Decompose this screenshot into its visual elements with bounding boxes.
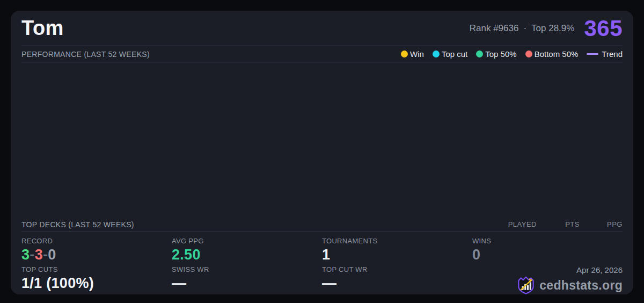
rank-info: Rank #9636 · Top 28.9%: [470, 23, 575, 34]
performance-title: PERFORMANCE (LAST 52 WEEKS): [21, 50, 150, 59]
trend-line-icon: [587, 53, 598, 55]
legend-label: Trend: [602, 49, 623, 59]
stat-swiss-wr: SWISS WR —: [172, 263, 322, 297]
legend-item-top50: Top 50%: [476, 49, 516, 59]
performance-chart: [21, 62, 623, 217]
record-separator: -: [43, 247, 48, 263]
record-draws: 0: [48, 247, 56, 263]
legend-item-bottom50: Bottom 50%: [525, 49, 579, 59]
card-header: Tom Rank #9636 · Top 28.9% 365: [21, 11, 623, 46]
brand-text: cedhstats.org: [539, 278, 623, 293]
stat-wins: WINS 0: [472, 235, 623, 263]
top-decks-header: TOP DECKS (LAST 52 WEEKS) PLAYED PTS PPG: [21, 217, 623, 232]
stat-label: SWISS WR: [172, 265, 322, 273]
tournaments-value: 1: [322, 247, 472, 263]
wins-value: 0: [472, 247, 623, 263]
stat-top-cut-wr: TOP CUT WR —: [322, 263, 472, 297]
top-decks-columns: PLAYED PTS PPG: [485, 220, 623, 228]
stat-avg-ppg: AVG PPG 2.50: [172, 235, 322, 263]
bottom50-dot-icon: [525, 50, 532, 57]
score-value: 365: [584, 16, 623, 41]
swiss-wr-value: —: [172, 275, 322, 292]
record-losses: 3: [35, 247, 43, 263]
top-cuts-value: 1/1 (100%): [21, 275, 172, 292]
brand: cedhstats.org: [517, 276, 623, 294]
legend-item-top-cut: Top cut: [433, 49, 467, 59]
stats-grid: RECORD 3-3-0 AVG PPG 2.50 TOURNAMENTS 1 …: [21, 232, 623, 297]
top-percent: Top 28.9%: [531, 23, 574, 34]
win-dot-icon: [401, 50, 408, 57]
stat-top-cuts: TOP CUTS 1/1 (100%): [21, 263, 172, 297]
stat-label: TOURNAMENTS: [322, 237, 472, 245]
rank-separator: ·: [523, 23, 526, 34]
legend-label: Top 50%: [485, 49, 516, 59]
cedhstats-shield-logo-icon: [517, 276, 535, 294]
top50-dot-icon: [476, 50, 483, 57]
legend-label: Win: [410, 49, 424, 59]
legend-item-win: Win: [401, 49, 424, 59]
stat-label: AVG PPG: [172, 237, 322, 245]
column-pts: PTS: [537, 220, 580, 228]
legend-item-trend: Trend: [587, 49, 623, 59]
column-played: PLAYED: [485, 220, 537, 228]
player-stats-card: Tom Rank #9636 · Top 28.9% 365 PERFORMAN…: [11, 11, 633, 294]
chart-legend: Win Top cut Top 50% Bottom 50% Trend: [401, 49, 623, 59]
top-cut-wr-value: —: [322, 275, 472, 292]
header-right: Rank #9636 · Top 28.9% 365: [470, 16, 623, 41]
stat-label: TOP CUTS: [21, 265, 172, 273]
top-cut-dot-icon: [433, 50, 440, 57]
footer: Apr 26, 2026 cedhstats.org: [472, 263, 623, 297]
record-value: 3-3-0: [21, 247, 172, 263]
column-ppg: PPG: [580, 220, 623, 228]
date: Apr 26, 2026: [472, 265, 623, 275]
stat-label: WINS: [472, 237, 623, 245]
top-decks-title: TOP DECKS (LAST 52 WEEKS): [21, 220, 134, 229]
rank-number: Rank #9636: [470, 23, 519, 34]
stat-label: RECORD: [21, 237, 172, 245]
record-wins: 3: [21, 247, 30, 263]
legend-label: Top cut: [442, 49, 467, 59]
stat-label: TOP CUT WR: [322, 265, 472, 273]
stat-tournaments: TOURNAMENTS 1: [322, 235, 472, 263]
performance-header: PERFORMANCE (LAST 52 WEEKS) Win Top cut …: [21, 46, 623, 62]
stat-record: RECORD 3-3-0: [21, 235, 172, 263]
avg-ppg-value: 2.50: [172, 247, 322, 263]
player-name: Tom: [21, 17, 64, 40]
record-separator: -: [30, 247, 34, 263]
legend-label: Bottom 50%: [535, 49, 579, 59]
